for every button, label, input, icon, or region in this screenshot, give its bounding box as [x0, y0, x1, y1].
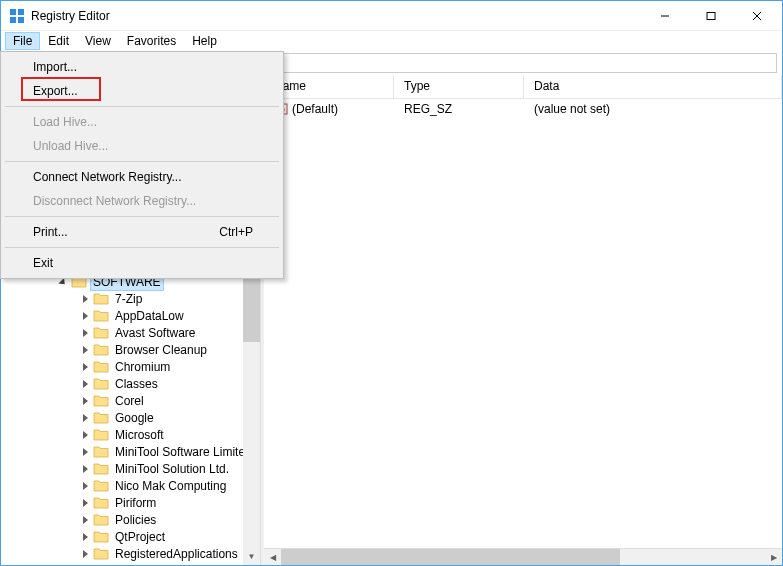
folder-icon: [93, 377, 109, 391]
tree-row[interactable]: MiniTool Software Limited: [1, 443, 243, 460]
chevron-right-icon[interactable]: [79, 463, 91, 475]
tree-item-label: Corel: [113, 393, 146, 409]
tree-row[interactable]: RegisteredApplications: [1, 545, 243, 562]
chevron-right-icon[interactable]: [79, 310, 91, 322]
menu-file[interactable]: File: [5, 32, 40, 50]
scroll-down-icon[interactable]: ▼: [243, 548, 260, 565]
menu-separator: [5, 106, 279, 107]
menu-item-disconnect-network: Disconnect Network Registry...: [3, 189, 281, 213]
scroll-thumb[interactable]: [281, 549, 620, 566]
chevron-right-icon[interactable]: [79, 429, 91, 441]
menu-edit[interactable]: Edit: [40, 32, 77, 50]
menu-item-unload-hive: Unload Hive...: [3, 134, 281, 158]
tree-row[interactable]: MiniTool Solution Ltd.: [1, 460, 243, 477]
folder-icon: [93, 394, 109, 408]
menu-item-connect-network[interactable]: Connect Network Registry...: [3, 165, 281, 189]
tree-item-label: MiniTool Solution Ltd.: [113, 461, 231, 477]
chevron-right-icon[interactable]: [79, 548, 91, 560]
chevron-right-icon[interactable]: [79, 446, 91, 458]
tree-row[interactable]: Browser Cleanup: [1, 341, 243, 358]
list-row[interactable]: ab(Default)REG_SZ(value not set): [264, 99, 782, 119]
value-data-cell: (value not set): [524, 100, 782, 118]
chevron-right-icon[interactable]: [79, 344, 91, 356]
tree-item-label: QtProject: [113, 529, 167, 545]
menu-separator: [5, 247, 279, 248]
menu-item-import[interactable]: Import...: [3, 55, 281, 79]
tree-item-label: Piriform: [113, 495, 158, 511]
tree-row[interactable]: Microsoft: [1, 426, 243, 443]
tree-row[interactable]: Chromium: [1, 358, 243, 375]
menu-item-print[interactable]: Print...Ctrl+P: [3, 220, 281, 244]
chevron-right-icon[interactable]: [79, 293, 91, 305]
menu-separator: [5, 216, 279, 217]
tree-row[interactable]: Avast Software: [1, 324, 243, 341]
tree-item-label: Nico Mak Computing: [113, 478, 228, 494]
svg-rect-1: [18, 9, 24, 15]
values-horizontal-scrollbar[interactable]: ◀ ▶: [264, 548, 782, 565]
tree-row[interactable]: 7-Zip: [1, 290, 243, 307]
tree-item-label: 7-Zip: [113, 291, 144, 307]
chevron-right-icon[interactable]: [79, 412, 91, 424]
tree-item-label: Avast Software: [113, 325, 197, 341]
chevron-right-icon[interactable]: [79, 378, 91, 390]
folder-icon: [93, 530, 109, 544]
scroll-track[interactable]: [281, 549, 765, 566]
tree-item-label: MiniTool Software Limited: [113, 444, 243, 460]
tree-item-label: Chromium: [113, 359, 172, 375]
tree-item-label: Browser Cleanup: [113, 342, 209, 358]
tree-row[interactable]: Classes: [1, 375, 243, 392]
chevron-right-icon[interactable]: [79, 361, 91, 373]
tree-item-label: Classes: [113, 376, 160, 392]
chevron-right-icon[interactable]: [79, 327, 91, 339]
chevron-right-icon[interactable]: [79, 531, 91, 543]
maximize-button[interactable]: [688, 1, 734, 31]
close-button[interactable]: [734, 1, 780, 31]
folder-icon: [93, 496, 109, 510]
tree-item-label: Google: [113, 410, 156, 426]
chevron-right-icon[interactable]: [79, 480, 91, 492]
menu-item-exit[interactable]: Exit: [3, 251, 281, 275]
column-header-type[interactable]: Type: [394, 75, 524, 98]
folder-icon: [93, 292, 109, 306]
file-dropdown-menu: Import... Export... Load Hive... Unload …: [0, 51, 284, 279]
tree-row[interactable]: Nico Mak Computing: [1, 477, 243, 494]
menu-label: Exit: [33, 256, 53, 270]
folder-icon: [93, 343, 109, 357]
scroll-right-icon[interactable]: ▶: [765, 549, 782, 566]
folder-icon: [93, 309, 109, 323]
menu-label: Import...: [33, 60, 77, 74]
tree-row[interactable]: Google: [1, 409, 243, 426]
menubar: File Edit View Favorites Help: [1, 31, 782, 51]
menu-label: Unload Hive...: [33, 139, 108, 153]
chevron-right-icon[interactable]: [79, 497, 91, 509]
folder-icon: [93, 462, 109, 476]
menu-label: Export...: [33, 84, 78, 98]
values-list[interactable]: ab(Default)REG_SZ(value not set): [264, 99, 782, 548]
values-pane: Name Type Data ab(Default)REG_SZ(value n…: [264, 75, 782, 565]
menu-label: Connect Network Registry...: [33, 170, 182, 184]
minimize-button[interactable]: [642, 1, 688, 31]
regedit-app-icon: [9, 8, 25, 24]
chevron-right-icon[interactable]: [79, 514, 91, 526]
menu-view[interactable]: View: [77, 32, 119, 50]
tree-row[interactable]: Piriform: [1, 494, 243, 511]
scroll-left-icon[interactable]: ◀: [264, 549, 281, 566]
menu-item-export[interactable]: Export...: [3, 79, 281, 103]
menu-label: Print...: [33, 225, 68, 239]
folder-icon: [93, 445, 109, 459]
tree-row[interactable]: AppDataLow: [1, 307, 243, 324]
menu-separator: [5, 161, 279, 162]
tree-row[interactable]: Corel: [1, 392, 243, 409]
tree-row[interactable]: Policies: [1, 511, 243, 528]
column-header-data[interactable]: Data: [524, 75, 782, 98]
chevron-right-icon[interactable]: [79, 395, 91, 407]
folder-icon: [93, 360, 109, 374]
svg-rect-5: [707, 12, 715, 19]
folder-icon: [93, 428, 109, 442]
menu-shortcut: Ctrl+P: [219, 225, 253, 239]
menu-favorites[interactable]: Favorites: [119, 32, 184, 50]
tree-item-label: RegisteredApplications: [113, 546, 240, 562]
folder-icon: [93, 513, 109, 527]
tree-row[interactable]: QtProject: [1, 528, 243, 545]
menu-help[interactable]: Help: [184, 32, 225, 50]
